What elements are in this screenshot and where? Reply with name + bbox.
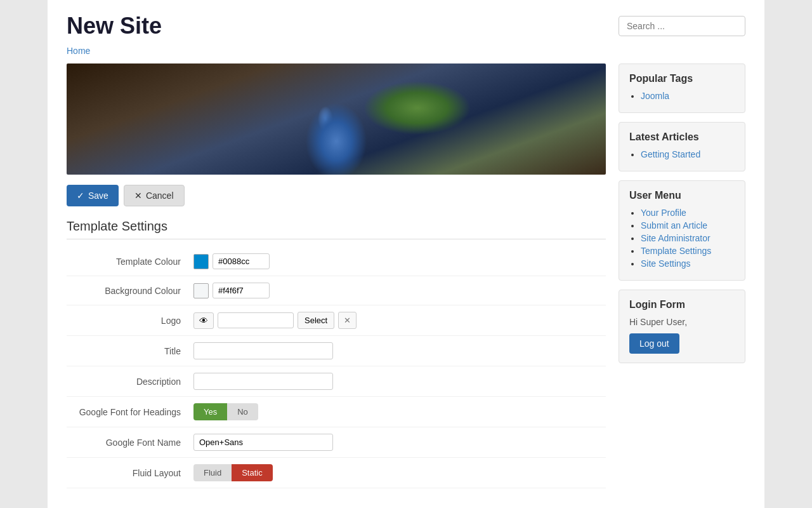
user-menu-title: User Menu [629, 190, 735, 201]
background-colour-control [193, 283, 270, 298]
cancel-label: Cancel [146, 190, 174, 201]
site-title: New Site [67, 13, 162, 39]
google-font-name-row: Google Font Name [67, 427, 606, 458]
login-form-box: Login Form Hi Super User, Log out [619, 290, 745, 363]
list-item: Site Administrator [641, 233, 735, 243]
google-font-name-input[interactable] [193, 434, 333, 451]
logo-row: Logo 👁 Select ✕ [67, 305, 606, 336]
list-item: Joomla [641, 91, 735, 101]
popular-tags-list: Joomla [629, 91, 735, 101]
template-settings-title: Template Settings [67, 219, 606, 239]
user-menu-box: User Menu Your Profile Submit an Article… [619, 180, 745, 281]
logo-control: 👁 Select ✕ [193, 312, 357, 329]
google-font-name-label: Google Font Name [67, 438, 193, 448]
description-label: Description [67, 377, 193, 387]
background-colour-label: Background Colour [67, 286, 193, 296]
list-item: Template Settings [641, 246, 735, 256]
background-colour-input[interactable] [213, 283, 270, 298]
google-font-yes-button[interactable]: Yes [193, 403, 227, 420]
hero-image [67, 64, 606, 175]
list-item: Getting Started [641, 149, 735, 159]
fluid-layout-row: Fluid Layout Fluid Static [67, 458, 606, 488]
submit-article-link[interactable]: Submit an Article [641, 220, 707, 231]
logo-select-button[interactable]: Select [298, 312, 334, 329]
logo-clear-button[interactable]: ✕ [338, 312, 357, 329]
google-font-headings-label: Google Font for Headings [67, 407, 193, 417]
save-label: Save [88, 190, 108, 201]
logo-eye-button[interactable]: 👁 [193, 312, 214, 329]
article-getting-started-link[interactable]: Getting Started [641, 149, 700, 159]
template-settings-section: Template Settings Template Colour Backgr… [67, 219, 606, 488]
action-buttons: ✓ Save ✕ Cancel [67, 185, 606, 206]
logo-filename-input[interactable] [218, 312, 294, 328]
title-row: Title [67, 336, 606, 366]
user-menu-list: Your Profile Submit an Article Site Admi… [629, 208, 735, 269]
checkmark-icon: ✓ [77, 190, 84, 201]
template-colour-swatch[interactable] [193, 254, 209, 269]
sidebar: Popular Tags Joomla Latest Articles Gett… [619, 64, 745, 488]
description-input[interactable] [193, 373, 333, 390]
fluid-layout-toggle-group: Fluid Static [193, 464, 273, 481]
google-font-no-button[interactable]: No [227, 403, 258, 420]
google-font-headings-control: Yes No [193, 403, 258, 420]
logo-label: Logo [67, 316, 193, 326]
popular-tags-box: Popular Tags Joomla [619, 64, 745, 113]
your-profile-link[interactable]: Your Profile [641, 208, 686, 218]
title-input[interactable] [193, 342, 333, 359]
template-colour-input[interactable] [213, 253, 270, 269]
eye-icon: 👁 [199, 316, 208, 326]
latest-articles-list: Getting Started [629, 149, 735, 159]
popular-tags-title: Popular Tags [629, 73, 735, 84]
template-colour-control [193, 253, 270, 269]
settings-table: Template Colour Background Colour [67, 247, 606, 488]
list-item: Submit an Article [641, 220, 735, 231]
fluid-layout-label: Fluid Layout [67, 468, 193, 478]
fluid-layout-control: Fluid Static [193, 464, 273, 481]
latest-articles-title: Latest Articles [629, 131, 735, 143]
background-colour-swatch[interactable] [193, 283, 209, 298]
login-greeting: Hi Super User, [629, 317, 735, 327]
template-colour-label: Template Colour [67, 257, 193, 267]
breadcrumb: Home [67, 46, 745, 56]
template-settings-link[interactable]: Template Settings [641, 246, 711, 256]
google-font-headings-row: Google Font for Headings Yes No [67, 397, 606, 427]
template-colour-row: Template Colour [67, 247, 606, 276]
list-item: Your Profile [641, 208, 735, 218]
cancel-icon: ✕ [134, 190, 142, 201]
logout-button[interactable]: Log out [629, 333, 679, 354]
latest-articles-box: Latest Articles Getting Started [619, 122, 745, 171]
title-label: Title [67, 346, 193, 356]
hero-image-inner [67, 64, 606, 175]
site-administrator-link[interactable]: Site Administrator [641, 233, 710, 243]
search-input[interactable] [619, 16, 745, 36]
login-form-title: Login Form [629, 299, 735, 311]
title-control [193, 342, 333, 359]
list-item: Site Settings [641, 258, 735, 269]
static-button[interactable]: Static [232, 464, 273, 481]
cancel-button[interactable]: ✕ Cancel [124, 185, 185, 206]
site-settings-link[interactable]: Site Settings [641, 258, 691, 269]
tag-joomla-link[interactable]: Joomla [641, 91, 669, 101]
google-font-toggle-group: Yes No [193, 403, 258, 420]
save-button[interactable]: ✓ Save [67, 185, 119, 206]
main-content: ✓ Save ✕ Cancel Template Settings Templa… [67, 64, 606, 488]
background-colour-row: Background Colour [67, 276, 606, 305]
google-font-name-control [193, 434, 333, 451]
description-control [193, 373, 333, 390]
home-link[interactable]: Home [67, 46, 90, 56]
description-row: Description [67, 366, 606, 397]
fluid-button[interactable]: Fluid [193, 464, 232, 481]
